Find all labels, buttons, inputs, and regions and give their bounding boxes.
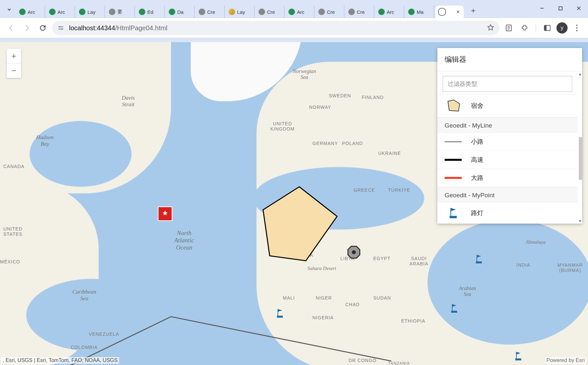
site-settings-icon[interactable] bbox=[57, 24, 64, 32]
globe-icon bbox=[258, 9, 265, 15]
tab-item-0[interactable]: Arc bbox=[16, 6, 45, 18]
tab-item-9[interactable]: Arc bbox=[286, 6, 314, 18]
scrollbar-thumb[interactable] bbox=[579, 137, 582, 180]
attribution-text: , Esri, USGS | Esri, TomTom, FAO, NOAA, … bbox=[1, 357, 119, 364]
template-item-point-flag[interactable]: 路灯 bbox=[437, 202, 577, 224]
template-group-header: Geoedit - MyPoint bbox=[437, 187, 577, 202]
tab-search-button[interactable] bbox=[5, 5, 14, 14]
avatar-letter: y bbox=[561, 25, 563, 31]
country-label: SAUDI ARABIA bbox=[409, 256, 428, 266]
country-label: TÜRKİYE bbox=[388, 187, 410, 193]
tab-item-active[interactable]: ✕ bbox=[435, 6, 464, 18]
template-item-polygon[interactable]: 宿舍 bbox=[437, 94, 577, 117]
close-button[interactable] bbox=[570, 0, 588, 16]
svg-marker-28 bbox=[477, 255, 481, 257]
zoom-out-button[interactable]: − bbox=[7, 63, 21, 78]
country-label: UNITED STATES bbox=[3, 226, 22, 237]
polygon-feature[interactable] bbox=[257, 183, 342, 266]
country-label: MÉXICO bbox=[0, 259, 20, 264]
globe-icon bbox=[348, 9, 355, 15]
scroll-down-icon[interactable]: ▼ bbox=[578, 219, 582, 223]
svg-rect-23 bbox=[451, 311, 457, 313]
svg-marker-22 bbox=[278, 309, 282, 312]
tab-label: Cre bbox=[357, 9, 365, 15]
menu-icon[interactable] bbox=[570, 21, 583, 35]
sea-label: Davis Strait bbox=[122, 95, 135, 108]
tab-item-8[interactable]: Cre bbox=[256, 6, 284, 18]
globe-icon bbox=[169, 9, 175, 15]
template-item-line-red[interactable]: 大路 bbox=[437, 169, 577, 187]
line-symbol-icon bbox=[445, 158, 462, 162]
region-label: Himalaya bbox=[526, 239, 546, 245]
point-feature-icon[interactable] bbox=[158, 207, 172, 221]
profile-avatar[interactable]: y bbox=[556, 22, 568, 34]
globe-icon bbox=[288, 9, 295, 15]
globe-icon bbox=[19, 9, 26, 15]
tab-label: Arc bbox=[28, 9, 35, 15]
svg-rect-20 bbox=[277, 316, 283, 318]
forward-button[interactable] bbox=[20, 21, 34, 35]
window-controls bbox=[533, 0, 588, 16]
svg-point-19 bbox=[352, 250, 356, 254]
template-item-line-black[interactable]: 高速 bbox=[437, 151, 577, 169]
svg-marker-32 bbox=[448, 100, 460, 111]
tab-item-13[interactable]: Ma bbox=[405, 6, 434, 18]
tab-item-2[interactable]: Lay bbox=[76, 6, 105, 18]
zoom-in-button[interactable]: + bbox=[7, 49, 21, 63]
country-label: FINLAND bbox=[362, 95, 384, 100]
tab-label: Arc bbox=[297, 9, 305, 15]
tab-item-12[interactable]: Arc bbox=[376, 6, 404, 18]
point-feature-flag[interactable] bbox=[451, 304, 458, 315]
globe-icon bbox=[49, 9, 56, 15]
zoom-control: + − bbox=[7, 49, 21, 78]
tab-label: Arc bbox=[387, 9, 394, 15]
bookmark-icon[interactable] bbox=[487, 24, 494, 33]
tab-item-11[interactable]: Cre bbox=[346, 6, 374, 18]
tab-item-10[interactable]: Cre bbox=[316, 6, 344, 18]
point-feature-flag[interactable] bbox=[276, 308, 283, 320]
svg-rect-29 bbox=[515, 358, 521, 360]
tab-item-3[interactable]: 要 bbox=[106, 6, 135, 18]
editor-template-list[interactable]: 宿舍 Geoedit - MyLine 小路 高速 大路 Geoedit - M… bbox=[437, 71, 582, 224]
address-bar[interactable]: localhost:44344/HtmlPage04.html bbox=[52, 21, 500, 35]
line-symbol-icon bbox=[445, 176, 462, 180]
template-item-line-gray[interactable]: 小路 bbox=[437, 133, 577, 151]
scroll-up-icon[interactable]: ▲ bbox=[578, 72, 582, 76]
tab-item-6[interactable]: Cre bbox=[196, 6, 225, 18]
filter-input[interactable] bbox=[443, 76, 572, 92]
polygon-symbol-icon bbox=[445, 99, 462, 112]
flag-symbol-icon bbox=[445, 207, 462, 219]
tab-label: Ma bbox=[417, 9, 424, 15]
reload-button[interactable] bbox=[36, 21, 49, 35]
template-group-header: Geoedit - MyLine bbox=[437, 117, 577, 133]
new-tab-button[interactable]: ＋ bbox=[468, 5, 479, 16]
map-view[interactable]: Davis Strait Hudson Bay CANADA UNITED ST… bbox=[0, 42, 588, 365]
tab-item-7[interactable]: Lay bbox=[226, 6, 255, 18]
side-panel-icon[interactable] bbox=[541, 21, 554, 35]
point-feature-flag[interactable] bbox=[475, 254, 482, 265]
reading-list-icon[interactable] bbox=[502, 21, 515, 35]
back-button[interactable] bbox=[5, 21, 18, 35]
url-text: localhost:44344/HtmlPage04.html bbox=[69, 24, 167, 32]
sea-label: North Atlantic Ocean bbox=[174, 230, 194, 251]
svg-marker-31 bbox=[516, 352, 521, 354]
point-feature-flag[interactable] bbox=[515, 351, 522, 362]
close-icon[interactable]: ✕ bbox=[455, 9, 461, 15]
svg-rect-26 bbox=[476, 261, 482, 263]
region-label: Sahara Desert bbox=[307, 266, 336, 271]
browser-chrome: Arc Arc Lay 要 Ed Da Cre Lay Cre Arc Cre … bbox=[0, 0, 588, 42]
globe-icon bbox=[109, 9, 115, 15]
tab-item-4[interactable]: Ed bbox=[136, 6, 165, 18]
editor-panel: 编辑器 ▲ ▼ 宿舍 Geoedit - MyLine bbox=[437, 48, 582, 224]
maximize-button[interactable] bbox=[551, 0, 570, 16]
point-feature-octagon[interactable] bbox=[347, 245, 361, 260]
tab-item-5[interactable]: Da bbox=[166, 6, 195, 18]
extensions-icon[interactable] bbox=[518, 21, 531, 35]
tab-label: Lay bbox=[87, 9, 95, 15]
tab-label: Da bbox=[177, 9, 184, 15]
svg-point-15 bbox=[576, 27, 577, 29]
tab-label: Cre bbox=[207, 9, 215, 15]
powered-by-text[interactable]: Powered by Esri bbox=[545, 357, 586, 364]
minimize-button[interactable] bbox=[533, 0, 551, 16]
tab-item-1[interactable]: Arc bbox=[46, 6, 75, 18]
